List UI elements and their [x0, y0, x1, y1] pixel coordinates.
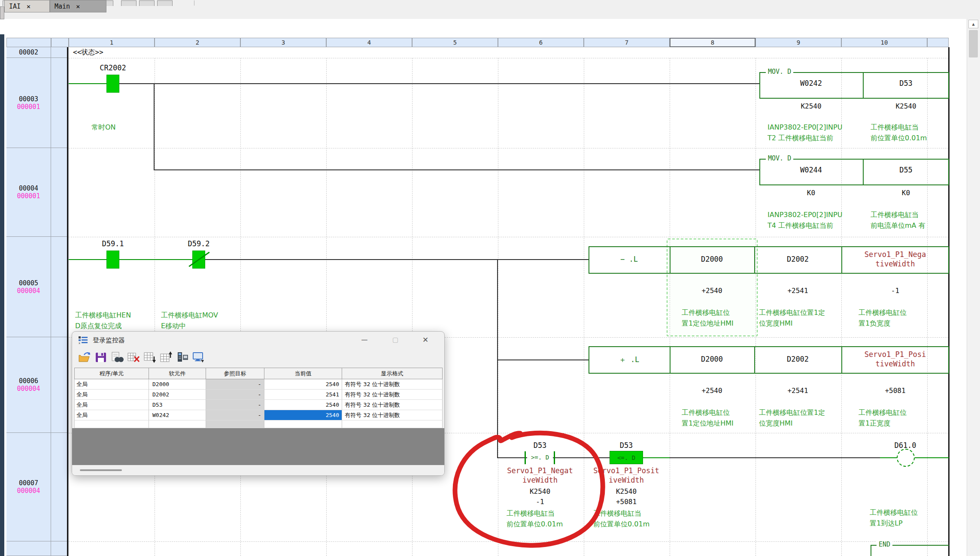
block-operand-dst[interactable]: D55: [863, 166, 949, 174]
rung-number-00005[interactable]: 00005000004: [6, 237, 51, 337]
minimize-button[interactable]: —: [357, 334, 372, 345]
contact-label: CR2002: [91, 63, 134, 72]
watch-cell-scope[interactable]: 全局: [74, 410, 149, 420]
column-header-5[interactable]: 5: [412, 38, 498, 47]
watch-cell-value-selected[interactable]: 2540: [264, 410, 342, 420]
maximize-button[interactable]: ▢: [388, 334, 403, 345]
watch-cell-value[interactable]: 2540: [264, 400, 342, 410]
block-operand-out[interactable]: Servo1_P1_Posi tiveWidth: [841, 350, 949, 369]
rung-separator: [69, 541, 949, 542]
contact-label: D59.2: [177, 239, 220, 248]
tab-iai-label: IAI: [9, 3, 21, 10]
compare-contact-le-energized[interactable]: <=. D: [610, 451, 643, 464]
watch-cell-device[interactable]: D2000: [149, 379, 206, 390]
toolbar-icon[interactable]: [121, 0, 137, 6]
contact-cr2002[interactable]: [106, 75, 119, 93]
watch-cell-reference[interactable]: -: [206, 379, 264, 390]
tab-close-icon[interactable]: ✕: [76, 3, 80, 10]
watch-cell-scope[interactable]: 全局: [74, 400, 149, 410]
column-header-6[interactable]: 6: [498, 38, 584, 47]
toolbar-icon[interactable]: [157, 0, 173, 6]
scrollbar-thumb[interactable]: [969, 30, 978, 57]
wire-segment: [205, 259, 589, 260]
watch-cell-reference[interactable]: -: [206, 400, 264, 410]
compare-contact-ge[interactable]: >=. D: [527, 454, 553, 461]
monitor-hscroll-thumb[interactable]: [80, 469, 122, 471]
watch-cell-empty[interactable]: [342, 420, 443, 428]
column-header-4[interactable]: 4: [326, 38, 412, 47]
rung-number-00003[interactable]: 00003000001: [6, 58, 51, 148]
column-header-8-selected[interactable]: 8: [670, 38, 755, 47]
save-icon[interactable]: [94, 351, 107, 363]
rung-number-00007[interactable]: 00007000004: [6, 433, 51, 541]
block-operand-out[interactable]: Servo1_P1_Nega tiveWidth: [841, 250, 949, 269]
column-header-3[interactable]: 3: [240, 38, 326, 47]
open-file-icon[interactable]: [78, 351, 91, 363]
watch-cell-format[interactable]: 有符号 32 位十进制数: [342, 379, 443, 390]
wire-segment: [155, 169, 759, 170]
watch-cell-value[interactable]: 2540: [264, 379, 342, 390]
monitor-value: +2541: [754, 387, 841, 395]
watch-col-display-format[interactable]: 显示格式: [342, 368, 443, 379]
column-header-7[interactable]: 7: [584, 38, 670, 47]
block-operand-a[interactable]: D2000: [670, 255, 754, 263]
tab-close-icon[interactable]: ✕: [27, 3, 30, 10]
register-device-icon[interactable]: [111, 351, 124, 363]
rung-flag-cell: [51, 148, 69, 237]
watch-cell-device[interactable]: D53: [149, 400, 206, 410]
watch-cell-empty[interactable]: [74, 420, 149, 428]
vertical-scrollbar[interactable]: [967, 19, 980, 556]
column-header-10[interactable]: 10: [841, 38, 927, 47]
watch-cell-format[interactable]: 有符号 32 位十进制数: [342, 410, 443, 420]
monitor-hscroll-track[interactable]: [72, 465, 444, 475]
tab-iai[interactable]: IAI ✕: [4, 0, 50, 12]
tab-main[interactable]: Main ✕: [50, 0, 106, 12]
watch-cell-value[interactable]: 2541: [264, 390, 342, 400]
watch-cell-reference[interactable]: -: [206, 390, 264, 400]
output-coil-d61-0[interactable]: [897, 449, 915, 467]
rung-number-00006[interactable]: 00006000004: [6, 337, 51, 433]
block-operand-a[interactable]: D2000: [670, 355, 754, 363]
operand-comment: 工件横移电缸位 置1正宽度: [859, 407, 907, 429]
insert-row-below-icon[interactable]: [143, 351, 156, 363]
delete-row-icon[interactable]: [127, 351, 140, 363]
column-header-9[interactable]: 9: [755, 38, 841, 47]
block-operand-dst[interactable]: D53: [863, 79, 949, 88]
rung-comment-title[interactable]: <<状态>>: [73, 48, 103, 57]
monitor-value: +2540: [670, 287, 754, 295]
monitor-window[interactable]: x 登录监控器 — ▢ ✕: [72, 331, 445, 476]
watch-cell-empty[interactable]: [264, 420, 342, 428]
watch-cell-format[interactable]: 有符号 32 位十进制数: [342, 390, 443, 400]
watch-cell-empty[interactable]: [149, 420, 206, 428]
rung-number-00004[interactable]: 00004000001: [6, 148, 51, 237]
watch-cell-device[interactable]: W0242: [149, 410, 206, 420]
watch-cell-scope[interactable]: 全局: [74, 390, 149, 400]
operand-comment: 工件横移电缸当 前位置单位0.01m: [593, 508, 649, 529]
watch-col-program[interactable]: 程序/单元: [74, 368, 149, 379]
block-operand-b[interactable]: D2002: [754, 355, 841, 363]
watch-col-current-value[interactable]: 当前值: [264, 368, 342, 379]
scroll-up-arrow-icon[interactable]: ▲: [968, 20, 978, 28]
block-operand-b[interactable]: D2002: [754, 255, 841, 263]
transfer-to-plc-icon[interactable]: [176, 351, 189, 363]
insert-row-above-icon[interactable]: [160, 351, 173, 363]
monitor-display-icon[interactable]: [192, 351, 205, 363]
contact-d59-1[interactable]: [106, 251, 119, 269]
watch-cell-empty[interactable]: [206, 420, 264, 428]
column-header-2[interactable]: 2: [155, 38, 240, 47]
wire-segment: [69, 83, 106, 84]
watch-cell-scope[interactable]: 全局: [74, 379, 149, 390]
end-instruction[interactable]: END: [877, 541, 892, 548]
watch-cell-device[interactable]: D2002: [149, 390, 206, 400]
watch-col-device[interactable]: 软元件: [149, 368, 206, 379]
block-operand-src[interactable]: W0244: [759, 166, 863, 174]
rung-number-00002[interactable]: 00002: [6, 47, 51, 58]
close-button[interactable]: ✕: [418, 334, 433, 345]
column-header-1[interactable]: 1: [69, 38, 155, 47]
toolbar-icon[interactable]: [139, 0, 155, 6]
watch-cell-reference[interactable]: -: [206, 410, 264, 420]
watch-col-reference[interactable]: 参照目标: [206, 368, 264, 379]
end-block-border: [871, 545, 871, 556]
block-operand-src[interactable]: W0242: [759, 79, 863, 88]
watch-cell-format[interactable]: 有符号 32 位十进制数: [342, 400, 443, 410]
